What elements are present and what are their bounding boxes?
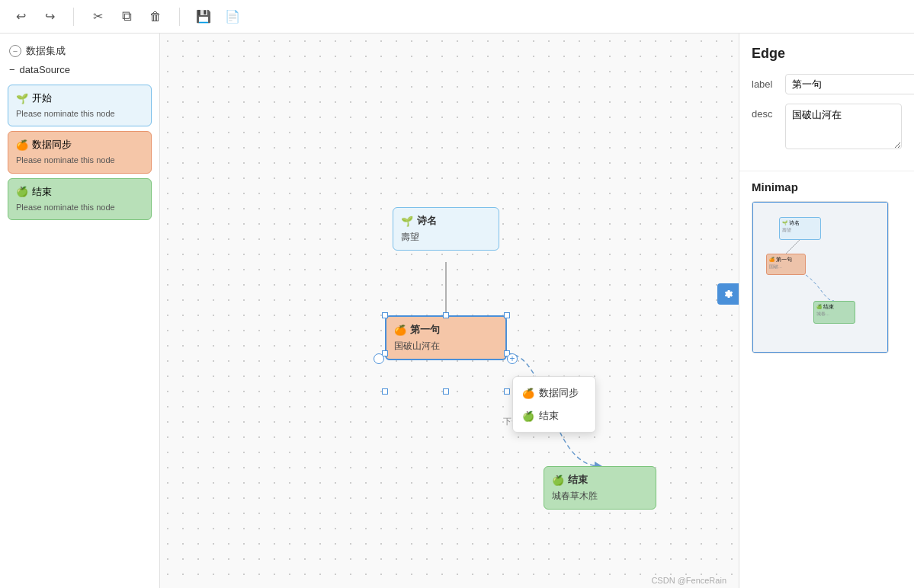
sidebar-card-sync-desc: Please nominate this node: [16, 155, 143, 166]
dropdown-sync-label: 数据同步: [539, 386, 579, 400]
dropdown-item-end[interactable]: 🍏 结束: [513, 404, 595, 427]
sidebar-card-end-desc: Please nominate this node: [16, 202, 143, 213]
handle-bl[interactable]: [382, 388, 388, 395]
sidebar-card-sync[interactable]: 🍊 数据同步 Please nominate this node: [8, 131, 152, 173]
edge-panel-title: Edge: [752, 46, 902, 62]
handle-mb[interactable]: [443, 388, 449, 395]
sidebar-card-end[interactable]: 🍏 结束 Please nominate this node: [8, 178, 152, 220]
sidebar-card-sync-title: 🍊 数据同步: [16, 138, 143, 152]
sidebar-group-label: 数据集成: [26, 44, 66, 58]
gear-icon: [722, 288, 734, 300]
sub-collapse-icon: −: [9, 64, 15, 75]
delete-icon[interactable]: 🗑: [147, 8, 164, 25]
sidebar-group-data-integration[interactable]: − 数据集成: [0, 41, 159, 61]
divider-1: [73, 8, 74, 26]
minimap-viewport: [752, 202, 888, 353]
port-left[interactable]: [374, 353, 384, 364]
node-diyiju-icon: 🍊: [394, 324, 406, 336]
collapse-icon: −: [9, 45, 21, 57]
sidebar-sub-label: dataSource: [20, 64, 71, 75]
end-icon: 🍏: [16, 186, 28, 197]
undo-icon[interactable]: ↩: [12, 8, 29, 25]
sidebar-sub-datasource[interactable]: − dataSource: [0, 61, 159, 78]
handle-br[interactable]: [504, 388, 510, 395]
sidebar-card-start-title: 🌱 开始: [16, 91, 143, 105]
node-diyiju-title: 🍊 第一句: [394, 323, 498, 337]
edge-panel: Edge label desc 国破山河在: [739, 34, 914, 171]
settings-float-button[interactable]: [717, 283, 739, 305]
label-input[interactable]: [785, 74, 914, 94]
canvas-area[interactable]: 🌱 诗名 壽望 🍊 第一句 国破山河在 +: [160, 34, 739, 588]
dropdown-sync-icon: 🍊: [522, 388, 534, 399]
sidebar-card-start[interactable]: 🌱 开始 Please nominate this node: [8, 85, 152, 126]
export-icon[interactable]: 📄: [224, 8, 241, 25]
minimap-title: Minimap: [752, 181, 902, 193]
minimap-panel: Minimap 🌱 诗名壽望 🍊 第一句国破... 🍏 结束城春...: [739, 171, 914, 588]
redo-icon[interactable]: ↪: [41, 8, 58, 25]
toolbar: ↩ ↪ ✂ ⧉ 🗑 💾 📄: [0, 0, 914, 34]
desc-row: desc 国破山河在: [752, 104, 902, 149]
canvas-node-shiming[interactable]: 🌱 诗名 壽望: [393, 207, 499, 251]
canvas-node-jieshu[interactable]: 🍏 结束 城春草木胜: [544, 466, 656, 510]
cut-icon[interactable]: ✂: [89, 8, 106, 25]
dropdown-end-label: 结束: [539, 409, 559, 423]
right-panel: Edge label desc 国破山河在 Minimap �: [739, 34, 914, 588]
port-right-add[interactable]: +: [507, 353, 518, 364]
label-field-label: label: [752, 74, 779, 90]
node-jieshu-icon: 🍏: [552, 475, 564, 486]
start-icon: 🌱: [16, 93, 28, 104]
copy-icon[interactable]: ⧉: [118, 8, 135, 25]
sync-icon: 🍊: [16, 139, 28, 151]
dropdown-end-icon: 🍏: [522, 411, 534, 422]
label-row: label: [752, 74, 902, 94]
watermark: CSDN @FenceRain: [651, 576, 726, 585]
save-icon[interactable]: 💾: [195, 8, 212, 25]
desc-field-label: desc: [752, 104, 779, 120]
node-shiming-body: 壽望: [401, 231, 491, 244]
main-layout: − 数据集成 − dataSource 🌱 开始 Please nominate…: [0, 34, 914, 588]
node-shiming-title: 🌱 诗名: [401, 214, 491, 228]
sidebar: − 数据集成 − dataSource 🌱 开始 Please nominate…: [0, 34, 160, 588]
dropdown-item-sync[interactable]: 🍊 数据同步: [513, 382, 595, 404]
desc-textarea[interactable]: 国破山河在: [785, 104, 902, 149]
node-shiming-icon: 🌱: [401, 216, 413, 227]
canvas-node-diyiju[interactable]: 🍊 第一句 国破山河在: [385, 315, 507, 360]
divider-2: [179, 8, 180, 26]
sidebar-card-start-desc: Please nominate this node: [16, 108, 143, 120]
minimap-box: 🌱 诗名壽望 🍊 第一句国破... 🍏 结束城春...: [752, 201, 889, 353]
dropdown-menu: 🍊 数据同步 🍏 结束: [512, 376, 596, 433]
node-jieshu-title: 🍏 结束: [552, 473, 648, 487]
sidebar-card-end-title: 🍏 结束: [16, 185, 143, 199]
node-diyiju-body: 国破山河在: [394, 340, 498, 353]
node-jieshu-body: 城春草木胜: [552, 490, 648, 503]
